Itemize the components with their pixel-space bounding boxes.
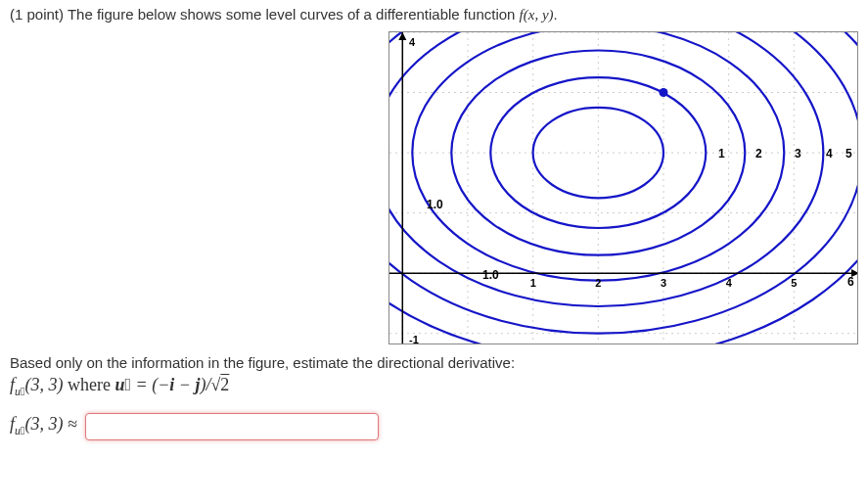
svg-point-18 [389,32,823,306]
contour-figure: 1 2 3 4 5 4 -1 1 2 3 4 5 1.0 1.0 6 [388,31,858,344]
function-symbol: f(x, y) [520,7,554,23]
derivative-def: fu⃗(3, 3) where u⃗ = (−i − j)/√2 [10,375,858,399]
tick-x-2: 2 [595,277,601,289]
period: . [554,6,558,23]
tick-y-4: 4 [409,36,416,48]
tick-x-1: 1 [530,277,536,289]
contour-svg: 1 2 3 4 5 4 -1 1 2 3 4 5 1.0 1.0 6 [389,32,858,344]
answer-label: fu⃗(3, 3) ≈ [10,414,77,438]
label-6: 6 [847,275,854,289]
sub-u: u⃗ [15,385,24,398]
problem-header: (1 point) The figure below shows some le… [10,6,858,23]
point: (3, 3) [24,375,63,394]
svg-text:2: 2 [755,147,762,160]
prompt-directional: Based only on the information in the fig… [10,354,858,371]
tick-x-5: 5 [791,277,797,289]
svg-text:4: 4 [826,147,833,160]
figure-container: 1 2 3 4 5 4 -1 1 2 3 4 5 1.0 1.0 6 [10,31,858,344]
points-label: (1 point) [10,6,64,23]
answer-input[interactable] [85,413,379,440]
y-tick-labels: 4 -1 [409,36,419,344]
answer-row: fu⃗(3, 3) ≈ [10,413,858,440]
contour-label-1b: 1.0 [482,268,499,282]
svg-point-15 [490,77,706,228]
svg-text:1: 1 [718,147,725,160]
level-curves [389,32,858,344]
marker-point [660,88,668,97]
axis-number-row: 1 2 3 4 5 [718,147,852,160]
svg-point-19 [389,32,858,334]
svg-text:5: 5 [845,147,852,160]
svg-text:3: 3 [795,147,801,160]
tick-x-4: 4 [726,277,733,289]
where-word: where [68,375,114,394]
tick-x-3: 3 [661,277,666,289]
contour-label-1a: 1.0 [427,198,443,211]
tick-y--1: -1 [409,334,419,344]
u-vec: u⃗ [114,375,131,394]
intro-text: The figure below shows some level curves… [68,6,515,23]
